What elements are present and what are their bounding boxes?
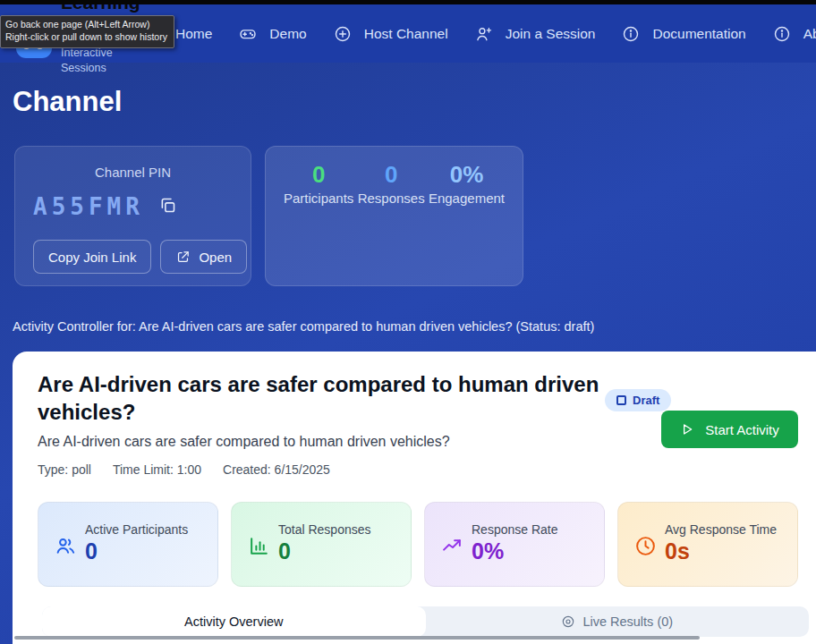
active-participants-value: 0 — [85, 538, 98, 564]
channel-pin-value: A55FMR — [33, 193, 144, 220]
response-rate-label: Response Rate — [472, 522, 558, 537]
status-badge-label: Draft — [633, 394, 659, 407]
nav-item-join-session[interactable]: Join a Session — [475, 25, 596, 43]
tab-live-results[interactable]: Live Results (0) — [426, 606, 810, 637]
nav-item-label: Home — [175, 26, 212, 42]
horizontal-scrollbar[interactable] — [14, 636, 700, 640]
activity-created-date: Created: 6/15/2025 — [223, 462, 330, 477]
app-screen: Learning Interactive Sessions Go back on… — [0, 0, 816, 644]
nav-item-demo[interactable]: Demo — [239, 25, 306, 43]
total-responses-label: Total Responses — [278, 522, 371, 537]
draft-square-icon — [616, 395, 626, 405]
total-responses-card: Total Responses 0 — [231, 502, 412, 587]
open-button-label: Open — [199, 250, 232, 265]
open-channel-button[interactable]: Open — [160, 240, 247, 274]
activity-controller-status-text: Activity Controller for: Are AI-driven c… — [13, 319, 594, 334]
clock-icon — [634, 535, 657, 557]
nav-item-documentation[interactable]: Documentation — [622, 25, 745, 43]
channel-stats-card: 0 Participants 0 Responses 0% Engagement — [265, 146, 523, 286]
channel-pin-card: Channel PIN A55FMR Copy Join Link Open — [14, 146, 251, 286]
stat-responses: 0 Responses — [358, 161, 425, 206]
response-rate-card: Response Rate 0% — [424, 502, 605, 587]
nav-item-label: Documentation — [652, 26, 745, 42]
participants-value: 0 — [284, 161, 353, 189]
circle-plus-icon — [334, 25, 352, 43]
tab-activity-overview[interactable]: Activity Overview — [42, 606, 426, 637]
activity-time-limit: Time Limit: 1:00 — [113, 462, 201, 477]
stat-engagement: 0% Engagement — [429, 161, 505, 206]
copy-join-link-button[interactable]: Copy Join Link — [33, 240, 151, 274]
bar-chart-icon — [248, 535, 270, 557]
start-activity-label: Start Activity — [705, 422, 779, 437]
nav-item-about[interactable]: About — [773, 25, 816, 43]
external-link-icon — [175, 250, 191, 265]
trending-up-icon — [441, 535, 463, 557]
activity-tabs: Activity Overview Live Results (0) — [42, 606, 809, 637]
copy-icon — [158, 196, 177, 215]
activity-stats-grid: Active Participants 0 Total Responses 0 … — [38, 502, 798, 587]
eye-icon — [561, 614, 575, 629]
stat-participants: 0 Participants — [284, 161, 353, 206]
nav-item-label: Host Channel — [364, 26, 448, 42]
channel-pin-label: Channel PIN — [15, 165, 251, 180]
activity-type: Type: poll — [38, 462, 91, 477]
users-icon — [55, 535, 77, 557]
activity-title: Are AI-driven cars are safer compared to… — [38, 371, 603, 426]
avg-response-time-value: 0s — [665, 538, 690, 564]
activity-meta-row: Type: poll Time Limit: 1:00 Created: 6/1… — [38, 462, 330, 477]
avg-response-time-label: Avg Response Time — [665, 522, 777, 537]
nav-item-host-channel[interactable]: Host Channel — [334, 25, 448, 43]
response-rate-value: 0% — [472, 538, 504, 564]
copy-pin-button[interactable] — [158, 196, 177, 218]
active-participants-label: Active Participants — [85, 522, 188, 537]
nav-item-label: About — [803, 26, 816, 42]
copy-join-link-label: Copy Join Link — [48, 250, 136, 265]
brand-subtitle: Interactive Sessions — [61, 46, 137, 76]
gamepad-icon — [239, 25, 257, 43]
tooltip-line-1: Go back one page (Alt+Left Arrow) — [5, 19, 167, 31]
browser-back-tooltip: Go back one page (Alt+Left Arrow) Right-… — [0, 15, 174, 48]
tab-live-results-label: Live Results (0) — [582, 614, 673, 629]
nav-items: Home Demo Host Channel Join a Session Do… — [145, 4, 816, 63]
info-icon — [773, 25, 791, 43]
info-icon — [622, 25, 640, 43]
window-top-edge — [0, 0, 816, 4]
activity-description: Are AI-driven cars are safer compared to… — [38, 434, 450, 450]
nav-item-label: Join a Session — [506, 26, 596, 42]
engagement-label: Engagement — [429, 191, 505, 206]
tab-activity-overview-label: Activity Overview — [184, 614, 283, 629]
active-participants-card: Active Participants 0 — [38, 502, 218, 587]
participants-label: Participants — [284, 191, 353, 206]
engagement-value: 0% — [429, 161, 505, 189]
activity-card: Are AI-driven cars are safer compared to… — [13, 352, 816, 644]
total-responses-value: 0 — [278, 538, 291, 564]
user-plus-icon — [475, 25, 493, 43]
nav-item-label: Demo — [269, 26, 306, 42]
responses-label: Responses — [358, 191, 425, 206]
status-badge: Draft — [605, 389, 671, 411]
tooltip-line-2: Right-click or pull down to show history — [5, 31, 167, 44]
responses-value: 0 — [358, 161, 425, 189]
page-title: Channel — [13, 86, 122, 118]
play-icon — [680, 422, 694, 436]
start-activity-button[interactable]: Start Activity — [661, 411, 798, 448]
avg-response-time-card: Avg Response Time 0s — [617, 502, 798, 587]
